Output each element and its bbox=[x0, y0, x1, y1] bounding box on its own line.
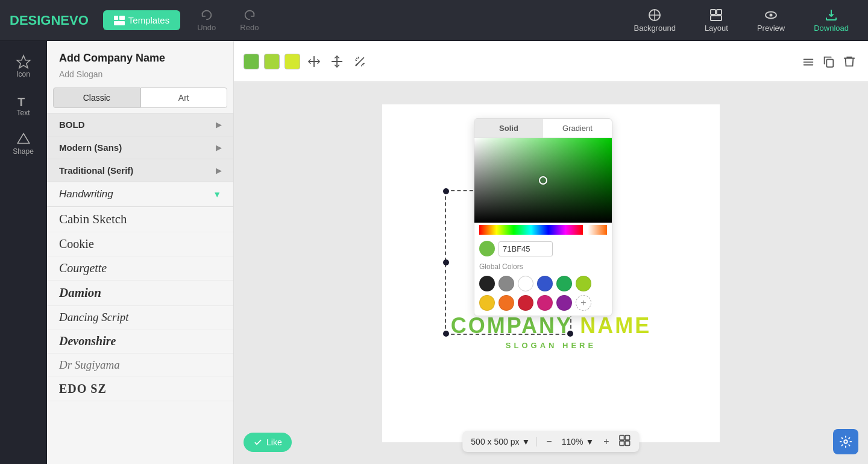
color-swatch-green[interactable] bbox=[244, 54, 259, 69]
magic-button[interactable] bbox=[351, 52, 369, 71]
slogan-display: SLOGAN HERE bbox=[506, 341, 596, 350]
font-damion[interactable]: Damion bbox=[47, 281, 233, 306]
font-cookie[interactable]: Cookie bbox=[47, 232, 233, 256]
global-color-red[interactable] bbox=[518, 295, 533, 311]
global-color-purple[interactable] bbox=[556, 295, 572, 311]
redo-icon bbox=[243, 8, 256, 22]
zoom-display: 110% ▼ bbox=[562, 437, 594, 447]
svg-marker-11 bbox=[17, 133, 30, 143]
sidebar-item-shape[interactable]: Shape bbox=[0, 126, 46, 162]
handle-mid-left[interactable] bbox=[443, 259, 449, 265]
zoom-minus-button[interactable]: − bbox=[542, 435, 555, 448]
font-dancing-script[interactable]: Dancing Script bbox=[47, 306, 233, 329]
color-tab-gradient[interactable]: Gradient bbox=[543, 119, 612, 138]
company-name-first: COMPANY bbox=[451, 313, 580, 338]
global-color-white[interactable] bbox=[518, 276, 533, 291]
opacity-bar[interactable] bbox=[588, 225, 607, 235]
logo-evo: EVO bbox=[60, 13, 88, 28]
tab-classic[interactable]: Classic bbox=[53, 87, 140, 108]
toolbar-strip bbox=[234, 41, 868, 82]
color-swatch-lime[interactable] bbox=[264, 54, 280, 69]
undo-icon bbox=[200, 8, 213, 22]
category-modern-arrow: ▶ bbox=[216, 144, 221, 152]
size-label: 500 x 500 px bbox=[471, 437, 519, 447]
sidebar-item-icon[interactable]: Icon bbox=[0, 48, 46, 84]
undo-label: Undo bbox=[197, 23, 216, 32]
font-list: BOLD ▶ Modern (Sans) ▶ Traditional (Seri… bbox=[47, 113, 233, 464]
handle-bottom-left[interactable] bbox=[443, 331, 449, 337]
download-button[interactable]: Download bbox=[804, 8, 858, 33]
font-panel: Add Company Name Add Slogan Classic Art … bbox=[47, 41, 234, 464]
color-hex-input[interactable] bbox=[498, 241, 553, 256]
sidebar-icon-label: Icon bbox=[16, 70, 30, 78]
color-current-swatch[interactable] bbox=[479, 241, 495, 256]
category-bold[interactable]: BOLD ▶ bbox=[47, 113, 233, 136]
color-tab-solid[interactable]: Solid bbox=[474, 119, 543, 138]
global-color-black[interactable] bbox=[479, 276, 495, 291]
category-modern-label: Modern (Sans) bbox=[59, 142, 122, 153]
main-area: Icon T Text Shape Add Company Name Add S… bbox=[0, 41, 868, 464]
color-gradient-canvas[interactable] bbox=[474, 138, 612, 223]
zoom-plus-button[interactable]: + bbox=[600, 435, 612, 448]
delete-button[interactable] bbox=[840, 52, 858, 71]
global-colors-label: Global Colors bbox=[474, 260, 612, 273]
color-swatch-yellow[interactable] bbox=[285, 54, 300, 69]
undo-button[interactable]: Undo bbox=[190, 8, 223, 32]
color-picker-popup: Solid Gradient Global Colors bbox=[474, 118, 612, 316]
templates-button[interactable]: Templates bbox=[103, 10, 180, 30]
flip-horizontal-button[interactable] bbox=[305, 52, 323, 71]
svg-rect-4 bbox=[711, 10, 715, 14]
company-name-second: NAME bbox=[580, 313, 651, 338]
global-color-lime[interactable] bbox=[576, 276, 591, 291]
font-cabin-sketch[interactable]: Cabin Sketch bbox=[47, 207, 233, 232]
global-color-orange[interactable] bbox=[498, 295, 514, 311]
hue-bar[interactable] bbox=[479, 225, 583, 235]
grid-button[interactable] bbox=[619, 434, 631, 448]
panel-slogan: Add Slogan bbox=[47, 69, 233, 87]
flip-vertical-button[interactable] bbox=[328, 52, 346, 71]
preview-icon bbox=[764, 8, 778, 22]
svg-point-21 bbox=[844, 440, 848, 443]
global-color-green[interactable] bbox=[556, 276, 572, 291]
svg-rect-18 bbox=[626, 436, 631, 440]
navbar: DESIGNEVO Templates Undo Redo Background… bbox=[0, 0, 868, 41]
like-button[interactable]: Like bbox=[244, 433, 292, 452]
settings-cog-button[interactable] bbox=[833, 429, 858, 454]
templates-label: Templates bbox=[128, 15, 169, 25]
sidebar-item-text[interactable]: T Text bbox=[0, 87, 46, 123]
download-label: Download bbox=[814, 24, 849, 33]
handwriting-label: Handwriting bbox=[59, 188, 113, 200]
category-traditional-label: Traditional (Serif) bbox=[59, 165, 133, 176]
layout-icon bbox=[709, 8, 723, 22]
layout-button[interactable]: Layout bbox=[695, 8, 738, 33]
svg-rect-14 bbox=[804, 64, 814, 65]
svg-point-8 bbox=[770, 14, 773, 17]
download-icon bbox=[824, 8, 838, 22]
cog-icon bbox=[839, 435, 852, 448]
color-input-row bbox=[474, 237, 612, 260]
category-traditional[interactable]: Traditional (Serif) ▶ bbox=[47, 159, 233, 182]
size-dropdown[interactable]: 500 x 500 px ▼ bbox=[471, 437, 536, 447]
font-courgette[interactable]: Courgette bbox=[47, 256, 233, 281]
font-dr-sugiyama[interactable]: Dr Sugiyama bbox=[47, 354, 233, 377]
icon-icon bbox=[16, 54, 31, 70]
global-color-gray[interactable] bbox=[498, 276, 514, 291]
category-modern[interactable]: Modern (Sans) ▶ bbox=[47, 136, 233, 159]
global-color-blue[interactable] bbox=[537, 276, 553, 291]
global-colors-grid: + bbox=[474, 273, 612, 316]
magic-icon bbox=[353, 55, 366, 68]
background-button[interactable]: Background bbox=[624, 8, 685, 33]
global-color-add-button[interactable]: + bbox=[576, 295, 591, 311]
tab-art[interactable]: Art bbox=[140, 87, 228, 108]
background-icon bbox=[647, 8, 662, 22]
font-edo-sz[interactable]: EDO SZ bbox=[47, 377, 233, 401]
preview-button[interactable]: Preview bbox=[747, 8, 794, 33]
handwriting-category[interactable]: Handwriting ▼ bbox=[47, 182, 233, 207]
global-color-pink[interactable] bbox=[537, 295, 553, 311]
global-color-yellow[interactable] bbox=[479, 295, 495, 311]
copy-button[interactable] bbox=[820, 52, 838, 71]
font-devonshire[interactable]: Devonshire bbox=[47, 329, 233, 354]
handle-top-left[interactable] bbox=[443, 188, 449, 194]
redo-button[interactable]: Redo bbox=[233, 8, 266, 32]
layer-button[interactable] bbox=[799, 52, 817, 71]
